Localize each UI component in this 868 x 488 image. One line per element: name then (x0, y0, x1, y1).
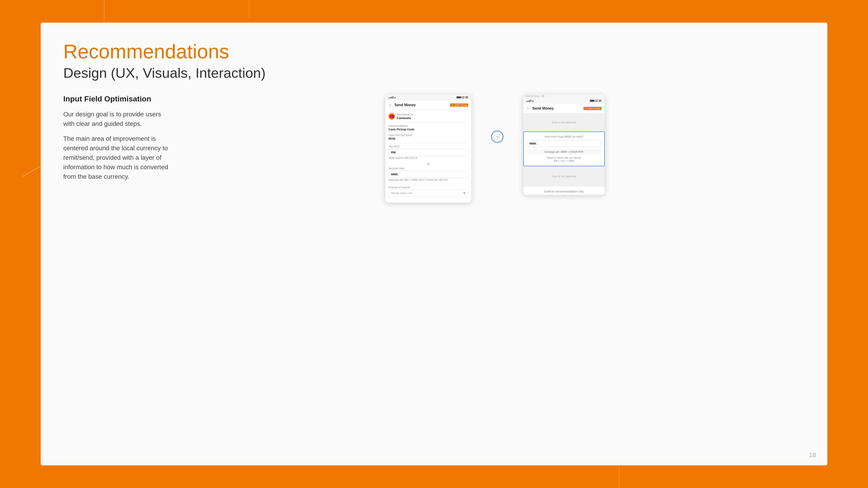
purpose-select[interactable]: Please select one ▼ (389, 190, 468, 197)
mmk-currency-label: MMK (529, 142, 538, 145)
status-time-2: 12:30 (594, 99, 601, 102)
signal-bar-6 (528, 101, 528, 102)
paragraph-2: The main area of improvement is centered… (63, 134, 172, 182)
draft-note: Draft for recommendation only (523, 188, 604, 195)
secure-label-2: 100% Secure (588, 107, 600, 109)
mockup-arrow: → (489, 131, 505, 143)
rework-area-bottom: Area to be reworked (523, 166, 604, 187)
back-arrow-1[interactable]: ← (389, 103, 392, 107)
flag-emoji: 🇰🇭 (390, 115, 394, 118)
signal-bar-2 (390, 97, 391, 98)
wallet-balance-text: Wallet balance: RM 2,672.31 (389, 157, 468, 159)
slide: Recommendations Design (UX, Visuals, Int… (41, 23, 827, 465)
status-time-1: 12:30 (461, 96, 468, 99)
app-title-1: Send Money (395, 103, 448, 107)
mmk-input-box[interactable]: MMK (527, 140, 601, 147)
signal-group-1 (389, 96, 393, 98)
receiver-gets-label: Receiver Gets (389, 167, 468, 170)
battery-fill-2 (590, 100, 593, 101)
currency-mmk-label: MMK (391, 173, 400, 176)
app-header-1: ← Send Money 🔒 100% Secure (385, 100, 471, 110)
signal-bar-7 (529, 100, 530, 102)
exchange-rate-box: Exchange rate: 1MMK = 0.00226 MYR (527, 149, 601, 155)
you-send-field: You Send RM Wallet balance: RM 2,672.31 (389, 145, 468, 159)
paragraph-1: Our design goal is to provide users with… (63, 109, 172, 129)
rework-top-label: Area to be reworked (552, 121, 576, 124)
payment-method-field: Payment Method Cash Pickup Code (389, 125, 468, 131)
secure-badge-2: 🔒 100% Secure (583, 107, 601, 110)
status-right-1: 12:30 (397, 96, 468, 99)
signal-bar-8 (530, 100, 531, 102)
text-column: Input Field Optimisation Our design goal… (63, 94, 172, 187)
secure-label-1: 100% Secure (455, 104, 467, 106)
mockups-container: ▲ 12:30 ← Send Money 🔒 100% Secure (185, 94, 805, 203)
receiver-input-box[interactable]: MMK (389, 170, 468, 178)
app-title-2: Send Money (532, 106, 581, 110)
send-to-value: Cambodia (397, 116, 413, 120)
signal-bar-4 (393, 96, 393, 98)
signal-group-2 (526, 100, 531, 102)
arrow-circle: → (491, 131, 503, 143)
select-placeholder: Please select one (391, 192, 412, 195)
you-send-label: You Send (389, 145, 468, 148)
divider-3 (389, 184, 468, 184)
dropdown-arrow-icon: ▼ (463, 192, 466, 195)
payment-method-label: Payment Method (389, 125, 468, 127)
send-to-info: Send Money to Cambodia (397, 113, 413, 120)
page-number: 18 (809, 451, 816, 459)
swap-icon[interactable]: ⇅ (427, 162, 430, 166)
purpose-label: Purpose of Transfer (389, 186, 468, 189)
based-on-line1: Based on above rate, you will pay (527, 156, 601, 160)
wifi-icon-1: ▲ (394, 96, 396, 99)
right-arrow-icon: → (495, 134, 500, 140)
signal-bar-5 (526, 101, 527, 102)
secure-badge-1: 🔒 100% Secure (450, 103, 468, 107)
status-bar-2: ▲ 12:30 (523, 98, 604, 104)
partner-label: Cash Pick Up Partner (389, 134, 468, 136)
phone-mockup-1: ▲ 12:30 ← Send Money 🔒 100% Secure (385, 94, 471, 203)
currency-rm-label: RM (391, 151, 397, 154)
battery-fill-1 (457, 97, 460, 98)
battery-icon-1 (456, 96, 460, 98)
signal-bar-1 (389, 98, 389, 98)
rework-bottom-label: Area to be reworked (552, 175, 576, 178)
lock-icon-2: 🔒 (585, 107, 587, 109)
swap-icon-row: ⇅ (389, 162, 468, 166)
partner-field: Cash Pick Up Partner MAB (389, 134, 468, 140)
country-flag: 🇰🇭 (389, 113, 395, 120)
slide-title: Recommendations (63, 41, 805, 63)
android-label: Android Gmail - B9 (523, 94, 604, 98)
form-body-1: 🇰🇭 Send Money to Cambodia Payment Method… (385, 110, 471, 203)
bg-line-2 (249, 0, 249, 18)
lock-icon-1: 🔒 (452, 104, 454, 106)
phone-mockup-2: Android Gmail - B9 ▲ 12:30 (523, 94, 604, 195)
purpose-field: Purpose of Transfer Please select one ▼ (389, 186, 468, 197)
you-send-input-box[interactable]: RM (389, 149, 468, 156)
send-to-label: Send Money to (397, 113, 413, 116)
mmk-question: How much Kyat (MMK) to send? (527, 135, 601, 138)
send-country-row: 🇰🇭 Send Money to Cambodia (389, 113, 468, 120)
payment-method-value: Cash Pickup Code (389, 128, 468, 131)
based-on-text: Based on above rate, you will pay RM < >… (527, 156, 601, 163)
exchange-rate-text: Exchange rate: RM 1 = MMK 453.57 Transfe… (389, 179, 468, 181)
status-right-2: 12:30 (535, 99, 601, 102)
rework-area-top: Area to be reworked (523, 113, 604, 131)
partner-value: MAB (389, 137, 468, 140)
content-area: Input Field Optimisation Our design goal… (63, 94, 805, 452)
status-bar-1: ▲ 12:30 (385, 94, 471, 100)
slide-subtitle: Design (UX, Visuals, Interaction) (63, 65, 805, 81)
signal-bar-3 (391, 97, 392, 98)
section-heading: Input Field Optimisation (63, 94, 172, 103)
battery-icon-2 (590, 100, 594, 102)
based-on-line2: RM < > for < > MMK (527, 160, 601, 163)
highlighted-mmk-section: How much Kyat (MMK) to send? MMK Exchang… (523, 131, 604, 166)
wifi-icon-2: ▲ (532, 99, 534, 102)
app-header-2: ← Send Money 🔒 100% Secure (523, 104, 604, 113)
back-arrow-2[interactable]: ← (526, 106, 530, 110)
receiver-gets-field: Receiver Gets MMK Exchange rate: RM 1 = … (389, 167, 468, 181)
